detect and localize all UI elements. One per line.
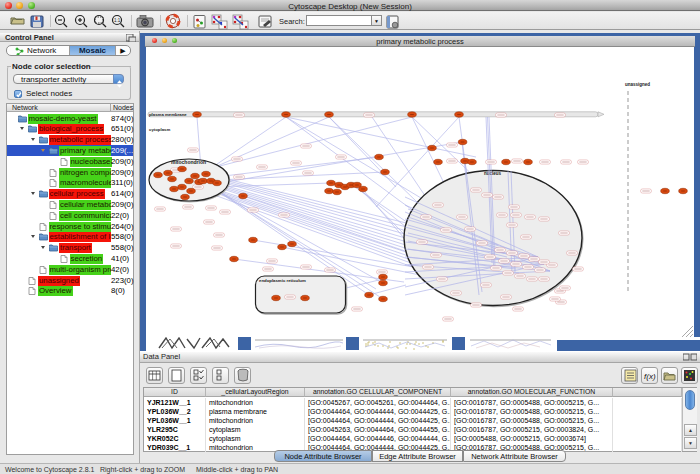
- svg-text:f(x): f(x): [644, 372, 656, 381]
- svg-text:plasma membrane: plasma membrane: [149, 112, 187, 117]
- svg-text:endoplasmic reticulum: endoplasmic reticulum: [259, 278, 306, 283]
- svg-text:unassigned: unassigned: [625, 82, 650, 87]
- svg-text:1:1: 1:1: [114, 18, 121, 23]
- svg-text:nucleus: nucleus: [484, 171, 502, 176]
- svg-text:mitochondrion: mitochondrion: [171, 159, 206, 165]
- svg-text:cytoplasm: cytoplasm: [149, 127, 170, 132]
